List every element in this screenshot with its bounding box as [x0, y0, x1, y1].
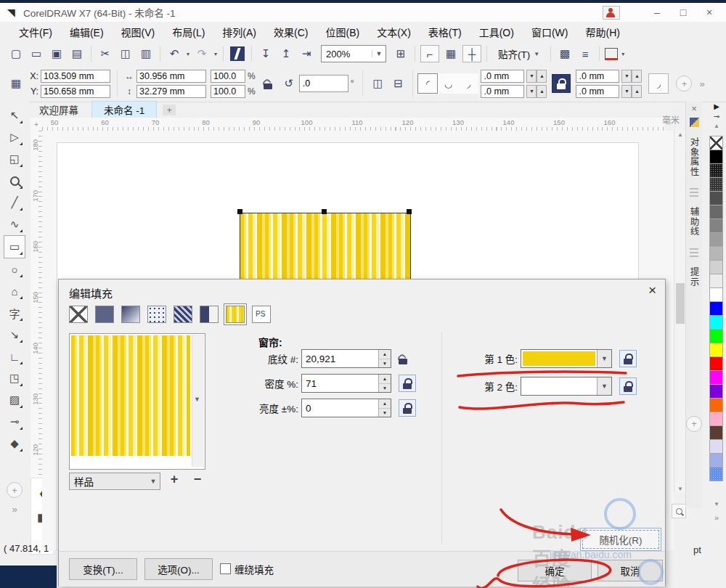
vertical-scrollbar[interactable]: ▲ ▼: [674, 129, 686, 494]
spinner[interactable]: ▲▼: [378, 399, 391, 417]
brightness-field[interactable]: ▲▼: [301, 399, 391, 417]
corner-radius-field-2[interactable]: [481, 85, 524, 98]
mirror-vertical-icon[interactable]: ⊟: [389, 75, 407, 91]
texture-fill-icon[interactable]: [226, 306, 245, 323]
scalloped-corner-icon[interactable]: ◡: [438, 73, 458, 94]
unlock-icon[interactable]: [399, 354, 408, 364]
selection-handle-top-left[interactable]: [237, 209, 242, 214]
palette-swatch-#1c1c1c[interactable]: [709, 163, 723, 178]
open-icon[interactable]: ▭: [28, 46, 45, 62]
palette-swatch-#ffffff[interactable]: [709, 287, 723, 302]
menu-item-11[interactable]: 帮助(H): [576, 23, 628, 41]
menu-item-7[interactable]: 文本(X): [368, 23, 420, 41]
corner-radius-field-3[interactable]: [576, 70, 619, 83]
palette-swatch-#7d00dc[interactable]: [709, 384, 723, 399]
flyout-arrow-icon[interactable]: ▶: [714, 102, 719, 110]
object-styles-icon[interactable]: ≡: [576, 46, 594, 62]
scrollbar-thumb[interactable]: [676, 283, 685, 324]
lock-button[interactable]: [399, 399, 416, 417]
docker-tab-0[interactable]: 对象属性: [688, 131, 701, 182]
docker-add-icon[interactable]: +: [686, 416, 702, 432]
palette-swatch-#838383[interactable]: [709, 219, 723, 233]
round-corner-icon[interactable]: ◜: [417, 73, 438, 94]
propbar-overflow-icon[interactable]: »: [699, 78, 704, 89]
menu-item-0[interactable]: 文件(F): [10, 23, 61, 41]
ok-button[interactable]: 确定: [518, 560, 592, 581]
spinner[interactable]: ▲▼: [378, 375, 391, 392]
scale-x-field[interactable]: [211, 70, 245, 83]
palette-swatch-#0000ff[interactable]: [709, 301, 723, 316]
artistic-media-tool[interactable]: ∿: [4, 213, 25, 235]
freehand-tool[interactable]: ╱: [4, 192, 25, 213]
maximize-button[interactable]: □: [675, 7, 691, 18]
corner-radius-field-1[interactable]: [481, 70, 524, 83]
corner-radius-field-4[interactable]: [576, 85, 619, 98]
expand-toolbox-icon[interactable]: »: [12, 504, 17, 515]
palette-swatch-#dedbf2[interactable]: [709, 439, 723, 454]
scroll-down-icon[interactable]: ▼: [675, 483, 685, 494]
menu-item-5[interactable]: 效果(C): [265, 23, 317, 41]
crop-tool[interactable]: ◱: [4, 148, 25, 170]
palette-scroll-up-icon[interactable]: ▲: [714, 123, 719, 129]
minimize-button[interactable]: –: [649, 7, 665, 18]
palette-swatch-#d1d1d1[interactable]: [709, 260, 723, 274]
menu-item-2[interactable]: 视图(V): [113, 23, 164, 41]
polygon-tool[interactable]: ⌂: [4, 280, 25, 302]
options-button[interactable]: 选项(O)...: [144, 558, 213, 580]
snap-to-menu-button[interactable]: 贴齐(T) ▼: [494, 45, 544, 62]
menu-item-10[interactable]: 窗口(W): [523, 23, 577, 41]
object-position-grid-icon[interactable]: ▦: [7, 75, 25, 91]
docker-tab-2[interactable]: 提示: [688, 261, 701, 293]
randomize-button[interactable]: 随机化(R): [580, 528, 661, 551]
corner-radius-lock-button[interactable]: [552, 74, 571, 93]
close-button[interactable]: ×: [701, 7, 717, 18]
lock-button[interactable]: [399, 375, 416, 392]
chevron-down-icon[interactable]: ▾: [619, 51, 627, 57]
docker-tab-1[interactable]: 辅助线: [688, 201, 701, 242]
brightness-input[interactable]: [302, 399, 378, 417]
scroll-up-icon[interactable]: ▲: [675, 129, 685, 139]
no-fill-icon[interactable]: [69, 306, 88, 323]
chevron-down-icon[interactable]: ▼: [597, 350, 611, 367]
show-guidelines-icon[interactable]: ┼: [462, 45, 481, 62]
lock-ratio-icon[interactable]: [264, 78, 273, 89]
vector-pattern-fill-icon[interactable]: [147, 306, 166, 323]
density-input[interactable]: [302, 375, 378, 392]
print-icon[interactable]: ▤: [68, 46, 86, 62]
mirror-horizontal-icon[interactable]: ◫: [369, 75, 386, 91]
account-icon[interactable]: [603, 6, 620, 20]
paste-icon[interactable]: ▥: [137, 46, 155, 62]
palette-swatch-#ff6600[interactable]: [709, 398, 723, 412]
palette-swatch-none[interactable]: [709, 136, 723, 150]
spinner[interactable]: ▼▲: [621, 70, 642, 83]
texture-library-combo[interactable]: 样品 ▼: [69, 473, 160, 490]
x-position-field[interactable]: [41, 70, 110, 83]
smart-fill-tool[interactable]: ◆: [4, 433, 25, 454]
selection-handle-top-right[interactable]: [407, 209, 412, 214]
palette-swatch-#ff0000[interactable]: [709, 356, 723, 371]
palette-swatch-#ffff00[interactable]: [709, 343, 723, 357]
rectangle-tool[interactable]: ▭: [4, 235, 25, 258]
menu-item-9[interactable]: 工具(O): [470, 23, 523, 41]
ellipse-tool[interactable]: ○: [4, 258, 25, 280]
palette-expand-icon[interactable]: »: [714, 513, 719, 522]
menu-item-4[interactable]: 排列(A): [213, 23, 265, 41]
chamfered-corner-icon[interactable]: ◞: [458, 73, 478, 94]
zoom-tool[interactable]: [4, 170, 25, 192]
second-color-picker[interactable]: ▼: [521, 377, 612, 396]
new-document-icon[interactable]: ▢: [7, 46, 25, 62]
bitmap-pattern-fill-icon[interactable]: [174, 306, 192, 323]
redo-dropdown-icon[interactable]: ▾: [212, 51, 219, 57]
dialog-close-icon[interactable]: ×: [648, 282, 656, 298]
lock-button[interactable]: [619, 377, 637, 395]
options-icon[interactable]: ▩: [556, 46, 574, 62]
palette-swatch-#ffaec9[interactable]: [709, 412, 723, 426]
spinner[interactable]: ▼▲: [526, 70, 547, 83]
search-content-icon[interactable]: [230, 46, 245, 61]
texture-list-scrollbar[interactable]: ▼: [192, 335, 204, 467]
spinner[interactable]: ▼▲: [526, 85, 547, 98]
first-color-picker[interactable]: ▼: [521, 349, 612, 368]
menu-item-1[interactable]: 编辑(E): [61, 23, 113, 41]
application-launcher-icon[interactable]: [605, 48, 618, 60]
selected-rectangle-object[interactable]: [240, 213, 411, 283]
